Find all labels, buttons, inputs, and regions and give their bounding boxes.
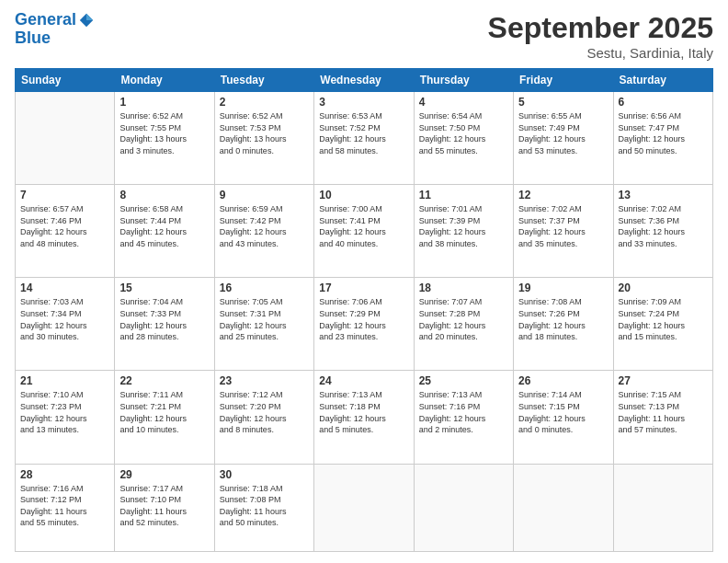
table-row: [16, 92, 115, 185]
day-number: 11: [419, 189, 508, 201]
col-thursday: Thursday: [414, 69, 513, 92]
day-number: 6: [619, 96, 708, 109]
day-info: Sunrise: 7:16 AM Sunset: 7:12 PM Dayligh…: [20, 483, 109, 529]
day-info: Sunrise: 6:56 AM Sunset: 7:47 PM Dayligh…: [619, 110, 708, 156]
table-row: 21Sunrise: 7:10 AM Sunset: 7:23 PM Dayli…: [16, 371, 115, 464]
day-info: Sunrise: 7:00 AM Sunset: 7:41 PM Dayligh…: [319, 203, 408, 249]
table-row: 1Sunrise: 6:52 AM Sunset: 7:55 PM Daylig…: [115, 92, 214, 185]
table-row: 7Sunrise: 6:57 AM Sunset: 7:46 PM Daylig…: [16, 185, 115, 278]
table-row: 14Sunrise: 7:03 AM Sunset: 7:34 PM Dayli…: [16, 278, 115, 371]
day-number: 28: [20, 468, 109, 481]
month-title: September 2025: [488, 11, 713, 45]
day-number: 26: [518, 374, 608, 387]
day-number: 7: [20, 189, 109, 201]
day-info: Sunrise: 7:02 AM Sunset: 7:37 PM Dayligh…: [518, 203, 608, 249]
table-row: [414, 464, 513, 551]
day-info: Sunrise: 7:15 AM Sunset: 7:13 PM Dayligh…: [619, 389, 708, 435]
day-number: 25: [419, 374, 508, 387]
table-row: 6Sunrise: 6:56 AM Sunset: 7:47 PM Daylig…: [613, 92, 712, 185]
day-number: 12: [518, 189, 608, 201]
day-number: 22: [119, 374, 209, 387]
table-row: 25Sunrise: 7:13 AM Sunset: 7:16 PM Dayli…: [414, 371, 513, 464]
day-number: 10: [319, 189, 408, 201]
title-block: September 2025 Sestu, Sardinia, Italy: [488, 11, 713, 61]
day-number: 3: [319, 96, 408, 109]
day-number: 17: [319, 282, 408, 294]
day-info: Sunrise: 7:17 AM Sunset: 7:10 PM Dayligh…: [119, 483, 209, 529]
table-row: 29Sunrise: 7:17 AM Sunset: 7:10 PM Dayli…: [115, 464, 214, 551]
day-info: Sunrise: 7:04 AM Sunset: 7:33 PM Dayligh…: [119, 296, 209, 342]
svg-marker-1: [86, 14, 93, 20]
day-number: 5: [518, 96, 608, 109]
day-info: Sunrise: 7:13 AM Sunset: 7:16 PM Dayligh…: [419, 389, 508, 435]
calendar-table: Sunday Monday Tuesday Wednesday Thursday…: [15, 68, 713, 552]
day-number: 19: [518, 282, 608, 294]
day-number: 23: [220, 374, 309, 387]
day-info: Sunrise: 6:59 AM Sunset: 7:42 PM Dayligh…: [220, 203, 309, 249]
day-number: 2: [220, 96, 309, 109]
table-row: 30Sunrise: 7:18 AM Sunset: 7:08 PM Dayli…: [214, 464, 313, 551]
day-info: Sunrise: 7:14 AM Sunset: 7:15 PM Dayligh…: [518, 389, 608, 435]
table-row: 28Sunrise: 7:16 AM Sunset: 7:12 PM Dayli…: [16, 464, 115, 551]
day-number: 13: [619, 189, 708, 201]
day-number: 15: [119, 282, 209, 294]
table-row: 15Sunrise: 7:04 AM Sunset: 7:33 PM Dayli…: [115, 278, 214, 371]
table-row: 12Sunrise: 7:02 AM Sunset: 7:37 PM Dayli…: [514, 185, 613, 278]
day-info: Sunrise: 7:08 AM Sunset: 7:26 PM Dayligh…: [518, 296, 608, 342]
table-row: 3Sunrise: 6:53 AM Sunset: 7:52 PM Daylig…: [314, 92, 414, 185]
day-info: Sunrise: 7:10 AM Sunset: 7:23 PM Dayligh…: [20, 389, 109, 435]
table-row: 27Sunrise: 7:15 AM Sunset: 7:13 PM Dayli…: [613, 371, 712, 464]
logo-icon: [78, 12, 95, 29]
day-info: Sunrise: 6:53 AM Sunset: 7:52 PM Dayligh…: [319, 110, 408, 156]
table-row: 13Sunrise: 7:02 AM Sunset: 7:36 PM Dayli…: [613, 185, 712, 278]
day-number: 9: [220, 189, 309, 201]
col-tuesday: Tuesday: [214, 69, 313, 92]
logo-text-line2: Blue: [15, 29, 95, 48]
col-saturday: Saturday: [613, 69, 712, 92]
day-info: Sunrise: 7:09 AM Sunset: 7:24 PM Dayligh…: [619, 296, 708, 342]
header: General Blue September 2025 Sestu, Sardi…: [15, 11, 713, 61]
day-number: 29: [119, 468, 209, 481]
day-info: Sunrise: 7:01 AM Sunset: 7:39 PM Dayligh…: [419, 203, 508, 249]
table-row: [514, 464, 613, 551]
day-info: Sunrise: 7:05 AM Sunset: 7:31 PM Dayligh…: [220, 296, 309, 342]
table-row: [613, 464, 712, 551]
table-row: 18Sunrise: 7:07 AM Sunset: 7:28 PM Dayli…: [414, 278, 513, 371]
day-number: 20: [619, 282, 708, 294]
col-wednesday: Wednesday: [314, 69, 414, 92]
day-number: 21: [20, 374, 109, 387]
col-friday: Friday: [514, 69, 613, 92]
day-number: 24: [319, 374, 408, 387]
day-number: 4: [419, 96, 508, 109]
page: General Blue September 2025 Sestu, Sardi…: [0, 0, 728, 563]
day-info: Sunrise: 7:02 AM Sunset: 7:36 PM Dayligh…: [619, 203, 708, 249]
day-info: Sunrise: 6:54 AM Sunset: 7:50 PM Dayligh…: [419, 110, 508, 156]
day-number: 1: [119, 96, 209, 109]
table-row: 2Sunrise: 6:52 AM Sunset: 7:53 PM Daylig…: [214, 92, 313, 185]
logo: General Blue: [15, 11, 95, 48]
col-sunday: Sunday: [16, 69, 115, 92]
day-info: Sunrise: 6:57 AM Sunset: 7:46 PM Dayligh…: [20, 203, 109, 249]
day-info: Sunrise: 6:52 AM Sunset: 7:55 PM Dayligh…: [119, 110, 209, 156]
day-info: Sunrise: 7:03 AM Sunset: 7:34 PM Dayligh…: [20, 296, 109, 342]
day-info: Sunrise: 7:07 AM Sunset: 7:28 PM Dayligh…: [419, 296, 508, 342]
day-number: 8: [119, 189, 209, 201]
location-title: Sestu, Sardinia, Italy: [488, 45, 713, 61]
table-row: 22Sunrise: 7:11 AM Sunset: 7:21 PM Dayli…: [115, 371, 214, 464]
table-row: 24Sunrise: 7:13 AM Sunset: 7:18 PM Dayli…: [314, 371, 414, 464]
col-monday: Monday: [115, 69, 214, 92]
day-number: 30: [220, 468, 309, 481]
table-row: [314, 464, 414, 551]
table-row: 5Sunrise: 6:55 AM Sunset: 7:49 PM Daylig…: [514, 92, 613, 185]
table-row: 11Sunrise: 7:01 AM Sunset: 7:39 PM Dayli…: [414, 185, 513, 278]
day-info: Sunrise: 7:06 AM Sunset: 7:29 PM Dayligh…: [319, 296, 408, 342]
table-row: 20Sunrise: 7:09 AM Sunset: 7:24 PM Dayli…: [613, 278, 712, 371]
day-number: 27: [619, 374, 708, 387]
table-row: 17Sunrise: 7:06 AM Sunset: 7:29 PM Dayli…: [314, 278, 414, 371]
table-row: 10Sunrise: 7:00 AM Sunset: 7:41 PM Dayli…: [314, 185, 414, 278]
day-info: Sunrise: 7:12 AM Sunset: 7:20 PM Dayligh…: [220, 389, 309, 435]
table-row: 4Sunrise: 6:54 AM Sunset: 7:50 PM Daylig…: [414, 92, 513, 185]
day-info: Sunrise: 6:55 AM Sunset: 7:49 PM Dayligh…: [518, 110, 608, 156]
calendar-header-row: Sunday Monday Tuesday Wednesday Thursday…: [16, 69, 713, 92]
day-number: 14: [20, 282, 109, 294]
